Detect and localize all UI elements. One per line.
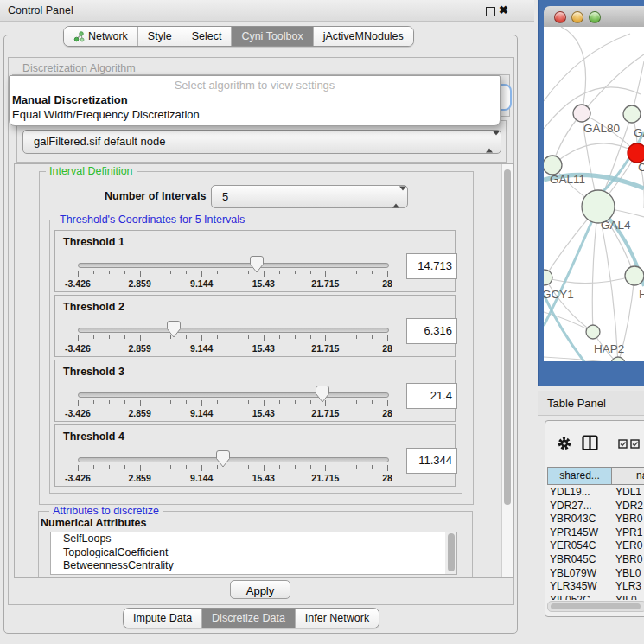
- table-row[interactable]: YPR145WYPR1: [547, 526, 644, 540]
- tab-jactivemnodules[interactable]: jActiveMNodules: [314, 27, 413, 46]
- vertical-scrollbar[interactable]: [501, 164, 513, 577]
- slider-tick: [387, 400, 388, 406]
- threshold-value-field[interactable]: 6.316: [406, 318, 457, 344]
- tab-select[interactable]: Select: [182, 27, 233, 46]
- attribute-list-item[interactable]: SelfLoops: [51, 532, 456, 546]
- slider-tick: [140, 271, 141, 277]
- tab-network[interactable]: Network: [64, 27, 138, 46]
- table-row[interactable]: YDL19...YDL1: [547, 486, 644, 500]
- slider-tick: [201, 465, 202, 471]
- network-window-titlebar[interactable]: [544, 6, 644, 28]
- tab-style[interactable]: Style: [138, 27, 182, 46]
- checkbox-icon[interactable]: [630, 439, 641, 449]
- slider-track[interactable]: [78, 263, 389, 268]
- mac-close-button[interactable]: [554, 11, 566, 23]
- popup-placeholder-option[interactable]: Select algorithm to view settings: [10, 79, 500, 92]
- popup-option-manual-discretization[interactable]: Manual Discretization: [12, 93, 128, 106]
- network-node[interactable]: [573, 105, 590, 122]
- slider-tick: [93, 400, 94, 404]
- table-row[interactable]: YBR043CYBR0: [547, 513, 644, 526]
- combo-spinner-icon[interactable]: [486, 136, 493, 149]
- checkbox-icon[interactable]: [618, 439, 628, 449]
- network-canvas[interactable]: GAL80GALCGAL11GAL4GCY1HHAP2: [544, 27, 644, 361]
- network-node[interactable]: [544, 270, 552, 285]
- network-node[interactable]: [625, 266, 644, 285]
- table-data-combo[interactable]: galFiltered.sif default node: [22, 130, 501, 154]
- table-row[interactable]: YLR345WYLR3: [547, 580, 644, 594]
- table-row[interactable]: YBR045CYBR0: [547, 553, 644, 567]
- threshold-value-field[interactable]: 11.344: [406, 448, 457, 474]
- slider-tick: [217, 335, 218, 339]
- slider-tick: [356, 335, 357, 339]
- numerical-attributes-label: Numerical Attributes: [41, 517, 146, 529]
- slider-tick: [264, 400, 265, 406]
- horizontal-scrollbar[interactable]: [547, 601, 644, 612]
- cell-name: YIL0: [615, 594, 637, 600]
- threshold-value-field[interactable]: 14.713: [406, 253, 457, 279]
- table-row[interactable]: YBL079WYBL0: [547, 567, 644, 581]
- cell-name: YLR3: [615, 580, 641, 592]
- control-panel-titlebar: Control Panel ✖: [0, 0, 534, 22]
- slider-tick: [170, 400, 171, 404]
- attribute-list-item[interactable]: TopologicalCoefficient: [51, 546, 456, 560]
- slider-tick: [140, 335, 141, 341]
- screen: Control Panel ✖ Network Style Select Cyn…: [0, 0, 644, 644]
- slider-tick: [356, 400, 357, 404]
- slider-thumb[interactable]: [216, 450, 230, 468]
- network-node[interactable]: [544, 156, 562, 175]
- slider-tick: [78, 271, 79, 277]
- node-label: GAL80: [583, 122, 620, 135]
- column-header-name[interactable]: na: [611, 467, 644, 485]
- slider-tick: [217, 400, 218, 404]
- slider-thumb[interactable]: [316, 386, 329, 403]
- columns-icon[interactable]: [582, 435, 599, 451]
- scrollbar-thumb[interactable]: [504, 169, 511, 505]
- float-window-icon[interactable]: [486, 7, 495, 16]
- numerical-attributes-list: SelfLoopsTopologicalCoefficientBetweenne…: [50, 532, 457, 575]
- slider-tick: [295, 335, 296, 339]
- table-row[interactable]: YER054CYER0: [547, 539, 644, 553]
- attribute-list-item[interactable]: BetweennessCentrality: [51, 559, 456, 573]
- slider-tick: [372, 271, 373, 274]
- threshold-panel: Threshold 4-3.4262.8599.14415.4321.71528…: [54, 424, 456, 487]
- tab-discretize-data[interactable]: Discretize Data: [202, 609, 296, 628]
- popup-option-equal-width[interactable]: Equal Width/Frequency Discretization: [12, 108, 200, 121]
- slider-tick-label: 21.715: [299, 473, 351, 483]
- network-node[interactable]: [611, 357, 625, 361]
- cell-shared-name: YBR045C: [550, 553, 596, 565]
- slider-tick: [248, 465, 249, 469]
- slider-tick: [372, 400, 373, 404]
- list-scrollbar[interactable]: [445, 532, 456, 574]
- mac-zoom-button[interactable]: [589, 11, 601, 23]
- tab-impute-data[interactable]: Impute Data: [124, 609, 202, 628]
- slider-tick-label: 9.144: [175, 473, 227, 483]
- thresholds-group-legend: Threshold's Coordinates for 5 Intervals: [56, 214, 248, 226]
- slider-tick: [310, 400, 311, 404]
- network-node[interactable]: [586, 325, 600, 339]
- table-row[interactable]: YIL052CYIL0: [547, 594, 644, 600]
- slider-track[interactable]: [78, 392, 389, 398]
- slider-tick: [78, 400, 79, 406]
- scrollbar-thumb[interactable]: [551, 603, 641, 609]
- gear-icon[interactable]: [557, 436, 572, 451]
- network-node[interactable]: [623, 105, 641, 123]
- slider-track[interactable]: [78, 457, 389, 462]
- table-panel: shared... na YDL19...YDL1YDR27...YDR2YBR…: [545, 420, 644, 617]
- apply-button[interactable]: Apply: [230, 580, 290, 599]
- slider-tick-label: 28: [361, 408, 413, 418]
- slider-track[interactable]: [78, 328, 389, 333]
- tab-cyni-toolbox[interactable]: Cyni Toolbox: [232, 27, 313, 46]
- num-intervals-combo[interactable]: 5: [211, 185, 408, 208]
- slider-thumb[interactable]: [250, 256, 264, 273]
- close-icon[interactable]: ✖: [499, 3, 508, 16]
- table-row[interactable]: YDR27...YDR2: [547, 500, 644, 513]
- slider-tick: [140, 465, 141, 471]
- mac-minimize-button[interactable]: [571, 11, 583, 23]
- slider-thumb[interactable]: [167, 321, 181, 338]
- threshold-value-field[interactable]: 21.4: [406, 383, 457, 409]
- network-node[interactable]: [628, 143, 644, 163]
- column-header-shared-name[interactable]: shared...: [547, 467, 612, 485]
- tab-infer-network[interactable]: Infer Network: [296, 609, 379, 628]
- panel-title: Control Panel: [8, 4, 73, 16]
- combo-spinner-icon[interactable]: [392, 190, 399, 203]
